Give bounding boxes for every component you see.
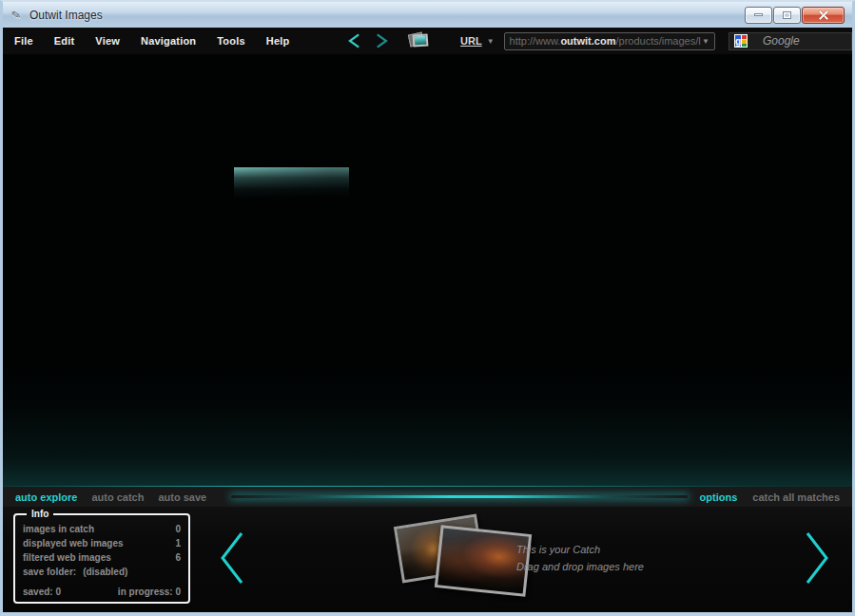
content-glow <box>3 278 852 487</box>
automation-toolbar: auto explore auto catch auto save option… <box>3 487 852 507</box>
url-input[interactable]: http://www.outwit.com/products/images/l … <box>504 32 715 50</box>
catch-all-matches-button[interactable]: catch all matches <box>752 491 840 503</box>
titlebar: ✎ Outwit Images <box>3 2 852 28</box>
url-mode-label: URL <box>460 35 482 47</box>
info-row-save-folder: save folder: (disabled) <box>23 565 181 579</box>
saved-count: saved: 0 <box>23 587 61 597</box>
window-controls <box>745 7 845 24</box>
menu-view[interactable]: View <box>95 35 120 47</box>
close-button[interactable] <box>802 7 845 24</box>
auto-catch-toggle[interactable]: auto catch <box>91 491 144 503</box>
close-icon <box>819 10 828 20</box>
url-text-prefix: http://www. <box>510 35 561 47</box>
info-footer: saved: 0 in progress: 0 <box>23 587 181 597</box>
info-value: 1 <box>175 536 181 550</box>
menu-edit[interactable]: Edit <box>54 35 75 47</box>
auto-explore-toggle[interactable]: auto explore <box>15 491 77 503</box>
forward-button[interactable] <box>371 30 392 51</box>
info-label: displayed web images <box>23 536 124 550</box>
options-button[interactable]: options <box>700 491 738 503</box>
info-panel: Info images in catch 0 displayed web ima… <box>13 509 190 604</box>
info-panel-legend: Info <box>27 509 53 519</box>
catch-hint-line1: This is your Catch <box>516 541 644 558</box>
auto-save-toggle[interactable]: auto save <box>158 491 206 503</box>
info-value: (disabled) <box>83 565 127 579</box>
photo-front-icon <box>413 33 429 47</box>
info-row-images-in-catch: images in catch 0 <box>23 522 181 536</box>
in-progress-count: in progress: 0 <box>118 587 181 597</box>
progress-glow-line <box>231 495 688 498</box>
google-icon: g <box>734 34 748 48</box>
window-title: Outwit Images <box>29 9 103 22</box>
maximize-button[interactable] <box>773 7 801 24</box>
menu-help[interactable]: Help <box>266 35 290 47</box>
catch-next-button[interactable] <box>802 529 832 587</box>
maximize-icon <box>783 11 791 19</box>
app-icon: ✎ <box>8 6 26 24</box>
catch-prev-button[interactable] <box>217 529 247 587</box>
minimize-button[interactable] <box>745 7 772 24</box>
info-label: images in catch <box>23 522 94 536</box>
info-label: save folder: <box>23 565 76 579</box>
url-text-path: /products/images/l <box>615 35 700 47</box>
menu-navigation[interactable]: Navigation <box>141 35 196 47</box>
menu-file[interactable]: File <box>14 35 33 47</box>
google-search-box[interactable]: g <box>729 32 852 50</box>
info-label: filtered web images <box>23 550 111 565</box>
info-value: 6 <box>175 550 181 565</box>
info-value: 0 <box>175 522 181 536</box>
url-mode-selector[interactable]: URL ▼ <box>460 35 495 47</box>
catch-hint-text: This is your Catch Drag and drop images … <box>516 541 644 575</box>
menu-tools[interactable]: Tools <box>217 35 245 47</box>
app-window: ✎ Outwit Images File Edit View Navigatio… <box>0 0 855 616</box>
browser-viewport[interactable] <box>3 54 852 487</box>
images-stack-icon[interactable] <box>407 30 428 51</box>
loading-image-fragment <box>234 167 349 202</box>
toolbar-right-group: options catch all matches <box>700 491 840 503</box>
catch-panel: Info images in catch 0 displayed web ima… <box>3 507 852 612</box>
svg-text:g: g <box>735 36 741 47</box>
info-row-displayed-web-images: displayed web images 1 <box>23 536 181 550</box>
back-button[interactable] <box>344 30 365 51</box>
url-text-domain: outwit.com <box>560 35 615 47</box>
chevron-down-icon: ▼ <box>487 37 495 46</box>
url-history-dropdown-icon[interactable]: ▼ <box>702 37 709 46</box>
minimize-icon <box>754 13 763 16</box>
google-search-input[interactable] <box>755 34 851 48</box>
info-row-filtered-web-images: filtered web images 6 <box>23 550 181 565</box>
menubar: File Edit View Navigation Tools Help URL… <box>3 28 852 54</box>
catch-hint-line2: Drag and drop images here <box>516 558 644 575</box>
